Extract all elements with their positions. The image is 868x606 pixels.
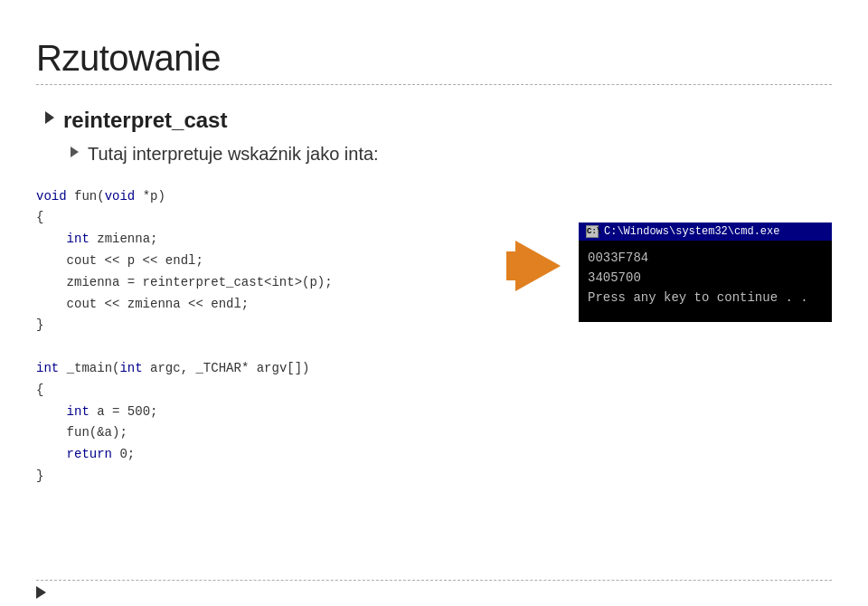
code-indent7 <box>36 447 67 461</box>
bullet-level1-reinterpret: reinterpret_cast <box>36 105 832 136</box>
code-tmain: _tmain( <box>67 361 120 375</box>
bullet-arrow-icon <box>45 111 54 124</box>
code-brace3: { <box>36 383 43 397</box>
code-indent5 <box>36 404 67 419</box>
code-var1: zmienna; <box>97 232 157 246</box>
code-cout1: cout << p << endl; <box>67 253 203 268</box>
big-arrow-icon <box>515 241 561 291</box>
content-area: void fun(void *p) { int zmienna; cout <<… <box>36 186 832 488</box>
code-fn1: fun( <box>74 189 105 204</box>
code-kw-int4: int <box>67 404 90 419</box>
terminal-icon: C:\ <box>586 225 599 238</box>
slide-container: Rzutowanie reinterpret_cast Tutaj interp… <box>0 0 868 606</box>
code-indent3 <box>36 275 67 289</box>
code-ret0: 0; <box>119 447 135 461</box>
terminal-container: C:\ C:\Windows\system32\cmd.exe 0033F784… <box>579 223 832 322</box>
code-indent1 <box>36 232 67 246</box>
code-indent4 <box>36 297 67 311</box>
nav-arrow-bottom-icon[interactable] <box>36 586 46 599</box>
bullet-level2-desc: Tutaj interpretuje wskaźnik jako inta: <box>36 141 832 166</box>
top-border <box>36 27 832 29</box>
terminal-line-2: 3405700 <box>588 268 823 288</box>
code-argc: argc, _TCHAR* argv[]) <box>150 361 309 375</box>
code-cout2: cout << zmienna << endl; <box>67 297 250 311</box>
terminal-titlebar: C:\ C:\Windows\system32\cmd.exe <box>579 223 832 241</box>
code-brace4: } <box>36 469 43 483</box>
code-brace1: { <box>36 210 43 224</box>
code-ptr: *p) <box>143 189 165 204</box>
terminal-title-text: C:\Windows\system32\cmd.exe <box>604 225 779 238</box>
slide-title: Rzutowanie <box>36 38 832 79</box>
code-block: void fun(void *p) { int zmienna; cout <<… <box>36 186 497 488</box>
code-assign: zmienna = reinterpret_cast<int>(p); <box>67 275 333 289</box>
bullet-text-reinterpret: reinterpret_cast <box>63 105 227 136</box>
bullet-arrow-small-icon <box>71 147 79 157</box>
divider-top <box>36 84 832 85</box>
code-kw-int1: int <box>67 232 90 246</box>
arrow-container <box>497 241 579 291</box>
code-brace2: } <box>36 317 43 332</box>
divider-bottom <box>36 580 832 581</box>
bullet-text-desc: Tutaj interpretuje wskaźnik jako inta: <box>88 141 379 166</box>
code-indent6 <box>36 425 67 440</box>
code-indent2 <box>36 253 67 268</box>
code-kw-int2: int <box>36 361 59 375</box>
code-kw-int3: int <box>119 361 142 375</box>
code-funa: fun(&a); <box>67 425 127 440</box>
terminal-line-3: Press any key to continue . . <box>588 288 823 308</box>
code-kw-void1: void <box>36 189 67 204</box>
code-vara: a = 500; <box>97 404 157 419</box>
code-kw-return: return <box>67 447 112 461</box>
code-kw-void2: void <box>105 189 136 204</box>
terminal-line-1: 0033F784 <box>588 248 823 268</box>
terminal-body: 0033F784 3405700 Press any key to contin… <box>579 241 832 322</box>
